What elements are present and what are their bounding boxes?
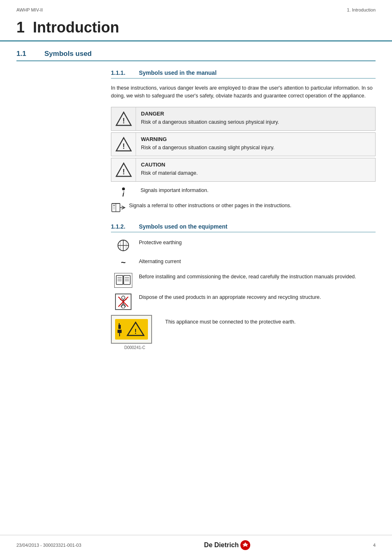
footer-page-number: 4 [373, 543, 376, 548]
equipment-rows: Protective earthing ~ Alternating curren… [111, 238, 376, 311]
header-left: AWHP MIV-II [16, 7, 43, 12]
svg-rect-19 [124, 275, 130, 284]
subsection-1-1-1-title: 1.1.1. Symbols used in the manual [111, 69, 376, 79]
caution-description: Risk of material damage. [141, 169, 370, 177]
intro-paragraph: In these instructions, various danger le… [111, 84, 376, 100]
svg-text:!: ! [122, 117, 125, 125]
chapter-title-block: 1Introduction [0, 15, 392, 42]
section-1-1-number: 1.1 [16, 50, 33, 58]
caution-box: ! CAUTION Risk of material damage. [111, 158, 376, 182]
section-1-1-title: 1.1 Symbols used [16, 50, 376, 61]
subsection-1-1-2-block: 1.1.2. Symbols used on the equipment [111, 223, 376, 311]
chapter-title-text: Introduction [33, 19, 119, 36]
danger-icon-cell: ! [111, 107, 136, 130]
referral-row: Signals a referral to other instructions… [111, 202, 376, 217]
section-1-1-block: 1.1 Symbols used [0, 42, 392, 61]
subsection-1-1-2-number: 1.1.2. [111, 223, 131, 230]
tilde-description: Alternating current [136, 257, 376, 266]
subsection-1-1-1-number: 1.1.1. [111, 69, 131, 76]
referral-book-icon [111, 202, 127, 217]
warning-box: ! WARNING Risk of a dangerous situation … [111, 132, 376, 156]
recycle-description: Dispose of the used products in an appro… [136, 293, 376, 301]
equipment-item-manual: Before installing and commissioning the … [111, 272, 376, 289]
subsection-1-1-2-label: Symbols used on the equipment [139, 223, 227, 230]
svg-point-35 [122, 305, 125, 308]
info-text: Signals important information. [136, 185, 376, 196]
subsection-1-1-1-label: Symbols used in the manual [139, 69, 217, 76]
footer-logo-circle [240, 540, 250, 550]
label-image: ! [111, 315, 152, 344]
i-dot [122, 187, 125, 190]
svg-text:!: ! [122, 142, 125, 150]
footer-left: 23/04/2013 - 300023321-001-03 [16, 543, 81, 548]
book-referral-icon [111, 202, 127, 213]
caution-label: CAUTION [141, 162, 370, 168]
manual-icon [111, 272, 136, 289]
svg-rect-11 [113, 208, 115, 209]
recycle-icon [111, 293, 136, 311]
label-caption: D000241-C [124, 345, 145, 350]
left-col [16, 69, 107, 354]
svg-point-27 [122, 296, 125, 299]
equipment-item-earth: Protective earthing [111, 238, 376, 253]
subsection-1-1-2-title: 1.1.2. Symbols used on the equipment [111, 223, 376, 232]
svg-rect-18 [116, 275, 123, 284]
earth-symbol-icon [111, 238, 136, 253]
svg-rect-37 [118, 325, 121, 329]
warning-icon-cell: ! [111, 133, 136, 156]
earth-description: Protective earthing [136, 238, 376, 247]
svg-rect-39 [119, 333, 120, 336]
warning-label: WARNING [141, 136, 370, 142]
svg-rect-10 [113, 207, 115, 208]
danger-triangle-icon: ! [115, 111, 132, 126]
danger-box: ! DANGER Risk of a dangerous situation c… [111, 107, 376, 131]
referral-text: Signals a referral to other instructions… [129, 202, 291, 210]
danger-text-cell: DANGER Risk of a dangerous situation cau… [136, 107, 375, 130]
footer-logo: De Dietrich [204, 540, 250, 550]
section-1-1-label: Symbols used [44, 50, 92, 58]
equipment-item-recycle: Dispose of the used products in an appro… [111, 293, 376, 311]
svg-text:!: ! [134, 328, 136, 335]
label-block: ! D000241-C This appliance must be conne… [111, 315, 376, 350]
tilde-icon: ~ [111, 257, 136, 268]
right-col: 1.1.1. Symbols used in the manual In the… [107, 69, 376, 354]
warning-triangle-icon: ! [115, 137, 132, 152]
svg-rect-9 [113, 205, 115, 206]
chapter-title: 1Introduction [16, 19, 376, 40]
page-header: AWHP MIV-II 1. Introduction [0, 0, 392, 15]
caution-triangle-icon: ! [115, 162, 132, 177]
warning-description: Risk of a dangerous situation causing sl… [141, 144, 370, 152]
caution-text-cell: CAUTION Risk of material damage. [136, 158, 375, 181]
manual-description: Before installing and commissioning the … [136, 272, 376, 281]
page-footer: 23/04/2013 - 300023321-001-03 De Dietric… [0, 535, 392, 555]
danger-label: DANGER [141, 111, 370, 117]
info-icon-cell: i [111, 185, 136, 199]
chapter-number: 1 [16, 19, 25, 36]
warning-text-cell: WARNING Risk of a dangerous situation ca… [136, 133, 375, 156]
info-row: i Signals important information. [111, 185, 376, 199]
content-area: 1.1.1. Symbols used in the manual In the… [0, 69, 392, 354]
equipment-item-tilde: ~ Alternating current [111, 257, 376, 268]
i-letter: i [122, 191, 124, 198]
svg-rect-38 [118, 330, 122, 333]
footer-brand: De Dietrich [204, 541, 239, 549]
caution-icon-cell: ! [111, 158, 136, 181]
label-description: This appliance must be connected to the … [165, 315, 296, 326]
i-icon: i [122, 187, 125, 198]
header-right: 1. Introduction [347, 7, 376, 12]
svg-text:!: ! [122, 168, 125, 176]
danger-description: Risk of a dangerous situation causing se… [141, 118, 370, 126]
